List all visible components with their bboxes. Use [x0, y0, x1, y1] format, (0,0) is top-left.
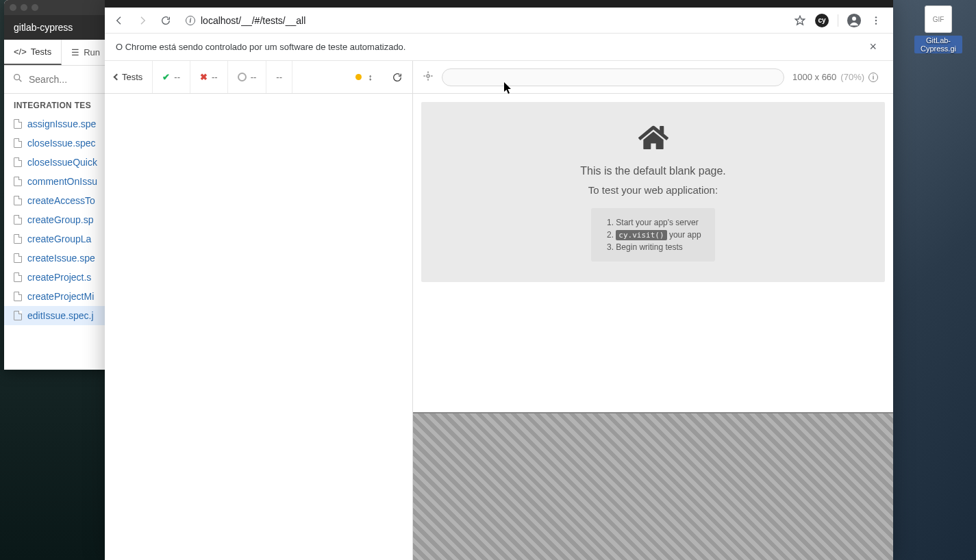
file-icon	[14, 234, 22, 244]
check-icon: ✔	[162, 72, 170, 82]
back-button[interactable]	[109, 10, 129, 31]
svg-point-7	[875, 23, 877, 24]
code-chip: cy.visit()	[616, 230, 666, 240]
restart-tests-button[interactable]	[382, 61, 412, 93]
chrome-toolbar: i localhost/__/#/tests/__all cy	[105, 8, 893, 34]
spec-file-name: createProjectMi	[27, 291, 94, 302]
chrome-tabstrip	[105, 0, 893, 8]
svg-line-1	[19, 79, 21, 81]
viewport-pct: (70%)	[840, 72, 864, 82]
failed-count: ✖ --	[190, 61, 228, 93]
search-icon	[12, 73, 23, 86]
blank-page-panel: This is the default blank page. To test …	[421, 102, 885, 282]
file-icon	[14, 196, 22, 205]
svg-point-6	[875, 19, 877, 21]
spec-file-name: createIssue.spe	[27, 253, 95, 264]
file-icon	[14, 157, 22, 167]
spec-file-name: closeIssueQuick	[27, 157, 97, 168]
selector-playground-button[interactable]	[423, 71, 434, 84]
back-label: Tests	[122, 72, 142, 82]
spec-file-name: createAccessTo	[27, 195, 95, 206]
blank-title: This is the default blank page.	[580, 165, 726, 177]
gif-icon: GIF	[925, 5, 952, 33]
desktop-file[interactable]: GIF GitLab-Cypress.gi	[914, 5, 962, 53]
step-2: cy.visit() your app	[616, 229, 701, 241]
stack-icon: ☰	[71, 47, 79, 58]
chrome-menu-button[interactable]	[866, 10, 886, 31]
tab-runs[interactable]: ☰ Run	[62, 40, 110, 65]
address-bar[interactable]: i localhost/__/#/tests/__all	[179, 11, 787, 30]
bookmark-button[interactable]	[790, 10, 810, 31]
divider	[838, 14, 838, 27]
site-info-icon[interactable]: i	[186, 16, 195, 25]
app-url-field[interactable]	[442, 68, 784, 86]
file-icon	[14, 177, 22, 186]
step-3: Begin writing tests	[616, 241, 701, 253]
forward-button[interactable]	[132, 10, 153, 31]
pending-value: --	[251, 72, 257, 82]
desktop-file-label: GitLab-Cypress.gi	[914, 36, 962, 53]
chevron-left-icon	[114, 74, 121, 81]
x-icon: ✖	[200, 72, 208, 82]
tab-tests[interactable]: </> Tests	[4, 40, 62, 65]
viewport-dims: 1000 x 660	[792, 72, 836, 82]
file-icon	[14, 272, 22, 282]
file-icon	[14, 119, 22, 129]
step-2-after: your app	[667, 230, 701, 240]
duration-value: --	[276, 72, 282, 82]
failed-value: --	[212, 72, 218, 82]
tab-runs-label: Run	[84, 47, 100, 58]
svg-point-0	[14, 75, 20, 80]
back-to-tests-button[interactable]: Tests	[105, 61, 153, 93]
code-icon: </>	[14, 47, 27, 57]
file-icon	[14, 311, 22, 320]
spec-file-name: commentOnIssu	[27, 176, 97, 187]
status-dot-icon	[355, 74, 362, 80]
close-infobar-button[interactable]: ×	[864, 37, 882, 57]
info-icon: i	[868, 73, 878, 82]
step-1: Start your app's server	[616, 216, 701, 229]
passed-count: ✔ --	[153, 61, 190, 93]
pending-count: --	[228, 61, 267, 93]
spec-file-name: closeIssue.spec	[27, 138, 96, 149]
file-icon	[14, 253, 22, 263]
viewport-info[interactable]: 1000 x 660 (70%) i	[792, 72, 878, 82]
file-icon	[14, 292, 22, 301]
tab-tests-label: Tests	[31, 47, 51, 57]
duration: --	[266, 61, 292, 93]
runner-preview: 1000 x 660 (70%) i This is the default b…	[413, 61, 893, 560]
svg-point-4	[852, 16, 856, 21]
steps-box: Start your app's server cy.visit() your …	[591, 208, 714, 262]
spec-file-name: assignIssue.spe	[27, 118, 96, 129]
traffic-lights[interactable]	[10, 4, 38, 11]
auto-scroll-toggle[interactable]: ↕	[368, 72, 373, 82]
automation-message: O Chrome está sendo controlado por um so…	[116, 42, 405, 52]
pending-icon	[238, 73, 247, 81]
file-icon	[14, 215, 22, 225]
out-of-viewport-area	[413, 412, 893, 560]
runner-reporter: Tests ✔ -- ✖ -- -- --	[105, 61, 413, 560]
spec-file-name: createGroupLa	[27, 233, 91, 244]
spec-file-name: editIssue.spec.j	[27, 310, 94, 321]
reload-button[interactable]	[155, 10, 176, 31]
passed-value: --	[174, 72, 180, 82]
svg-point-5	[875, 16, 877, 18]
svg-point-8	[427, 75, 429, 77]
svg-marker-2	[795, 16, 804, 25]
profile-button[interactable]	[844, 10, 864, 31]
automation-infobar: O Chrome está sendo controlado por um so…	[105, 34, 893, 61]
chrome-window: i localhost/__/#/tests/__all cy O Chrome…	[105, 0, 893, 560]
cursor-icon	[504, 82, 514, 97]
cypress-extension-icon[interactable]: cy	[812, 10, 832, 31]
home-icon	[638, 123, 668, 155]
blank-subtitle: To test your web application:	[588, 184, 718, 196]
url-text: localhost/__/#/tests/__all	[201, 15, 305, 26]
file-icon	[14, 138, 22, 148]
spec-file-name: createProject.s	[27, 272, 91, 283]
spec-file-name: createGroup.sp	[27, 214, 94, 225]
